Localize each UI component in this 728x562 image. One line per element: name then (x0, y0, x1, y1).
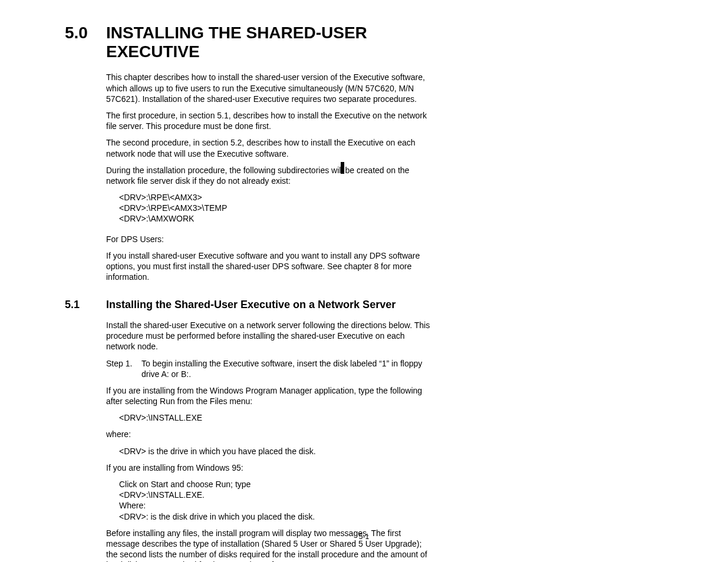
paragraph: Install the shared-user Executive on a n… (106, 320, 430, 352)
paragraph: This chapter describes how to install th… (106, 72, 430, 104)
paragraph: If you are installing from Windows 95: (106, 462, 430, 473)
paragraph: <DRV> is the drive in which you have pla… (119, 446, 430, 457)
line: <DRV>:\INSTALL.EXE. (119, 490, 430, 500)
paragraph: If you are installing from the Windows P… (106, 385, 430, 406)
directory-line: <DRV>:\AMXWORK (119, 213, 430, 224)
step-label: Step 1. (106, 358, 141, 379)
line: Click on Start and choose Run; type (119, 479, 430, 490)
command-line: <DRV>:\INSTALL.EXE (119, 412, 430, 423)
paragraph: The first procedure, in section 5.1, des… (106, 110, 430, 131)
document-page: 5.0 INSTALLING THE SHARED-USER EXECUTIVE… (65, 0, 430, 562)
subsection-title: Installing the Shared-User Executive on … (106, 299, 396, 312)
line: Where: (119, 500, 430, 511)
section-header: 5.0 INSTALLING THE SHARED-USER EXECUTIVE (65, 24, 430, 61)
step-text: To begin installing the Executive softwa… (141, 358, 430, 379)
directory-line: <DRV>:\RPE\<AMX3> (119, 192, 430, 203)
subsection-number: 5.1 (65, 299, 106, 312)
code-block: Click on Start and choose Run; type <DRV… (119, 479, 430, 522)
side-marker (341, 162, 344, 174)
section-body: This chapter describes how to install th… (106, 72, 430, 282)
paragraph: For DPS Users: (106, 234, 430, 244)
section-number: 5.0 (65, 24, 106, 42)
line: <DRV>: is the disk drive in which you pl… (119, 511, 430, 522)
paragraph: The second procedure, in section 5.2, de… (106, 137, 430, 158)
subsection-body: Install the shared-user Executive on a n… (106, 320, 430, 562)
code-block: <DRV>:\RPE\<AMX3> <DRV>:\RPE\<AMX3>\TEMP… (119, 192, 430, 224)
paragraph: If you install shared-user Executive sof… (106, 250, 430, 283)
step-row: Step 1. To begin installing the Executiv… (106, 358, 430, 379)
paragraph: During the installation procedure, the f… (106, 165, 430, 186)
paragraph: where: (106, 429, 430, 439)
directory-line: <DRV>:\RPE\<AMX3>\TEMP (119, 203, 430, 213)
subsection-header: 5.1 Installing the Shared-User Executive… (65, 299, 430, 312)
section-title: INSTALLING THE SHARED-USER EXECUTIVE (106, 24, 430, 61)
page-number: 5-1 (0, 533, 728, 541)
